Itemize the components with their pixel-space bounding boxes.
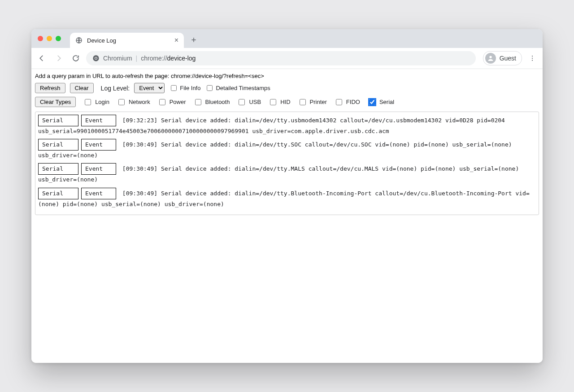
detailed-ts-label: Detailed Timestamps	[216, 85, 270, 91]
type-label: Serial	[379, 99, 394, 105]
detailed-ts-checkbox[interactable]	[207, 85, 213, 91]
file-info-toggle[interactable]: File Info	[169, 84, 200, 92]
profile-button[interactable]: Guest	[483, 51, 522, 65]
log-container: SerialEvent [09:32:23] Serial device add…	[35, 112, 539, 215]
type-checkbox-login[interactable]	[85, 99, 91, 105]
svg-point-7	[532, 60, 533, 61]
log-level-chip: Event	[81, 115, 116, 126]
new-tab-button[interactable]	[187, 34, 200, 46]
type-label: USB	[249, 99, 261, 105]
file-info-label: File Info	[180, 85, 200, 91]
address-bar[interactable]: Chromium | chrome://device-log	[86, 51, 476, 65]
type-toggle-serial[interactable]: Serial	[367, 98, 394, 107]
avatar-icon	[485, 53, 496, 64]
type-label: Power	[170, 99, 186, 105]
type-checkbox-network[interactable]	[118, 99, 125, 105]
type-checkbox-fido[interactable]	[336, 99, 342, 105]
log-entry: SerialEvent [09:30:49] Serial device add…	[38, 163, 536, 185]
close-tab-icon[interactable]: ×	[174, 36, 178, 44]
type-toggle-power[interactable]: Power	[157, 98, 186, 107]
log-entry: SerialEvent [09:30:49] Serial device add…	[38, 139, 536, 160]
reload-button[interactable]	[69, 52, 83, 65]
type-label: Login	[95, 99, 109, 105]
svg-point-3	[95, 57, 97, 59]
url-app-name: Chromium	[103, 55, 132, 62]
url-text: Chromium | chrome://device-log	[103, 55, 196, 62]
type-toggle-network[interactable]: Network	[117, 98, 150, 107]
detailed-ts-toggle[interactable]: Detailed Timestamps	[205, 84, 270, 92]
url-prefix: chrome://	[141, 55, 167, 62]
log-tag-chip: Serial	[38, 188, 78, 199]
globe-icon	[75, 37, 83, 44]
window-traffic-lights	[31, 29, 67, 48]
type-toggle-login[interactable]: Login	[83, 98, 109, 107]
clear-button[interactable]: Clear	[70, 83, 94, 93]
fullscreen-window-button[interactable]	[56, 36, 61, 41]
type-checkbox-hid[interactable]	[270, 99, 276, 105]
type-checkbox-usb[interactable]	[239, 99, 245, 105]
log-level-select[interactable]: Event	[134, 83, 165, 93]
type-toggle-usb[interactable]: USB	[237, 98, 261, 107]
log-level-chip: Event	[81, 163, 116, 175]
log-level-label: Log Level:	[101, 85, 130, 92]
type-toggle-fido[interactable]: FIDO	[334, 98, 360, 107]
refresh-button[interactable]: Refresh	[35, 83, 65, 93]
log-tag-chip: Serial	[38, 115, 78, 126]
log-entry: SerialEvent [09:32:23] Serial device add…	[38, 115, 536, 136]
log-level-chip: Event	[81, 139, 116, 151]
log-entry: SerialEvent [09:30:49] Serial device add…	[38, 188, 536, 209]
type-checkbox-power[interactable]	[159, 99, 165, 105]
profile-label: Guest	[500, 55, 516, 62]
tab-strip: Device Log ×	[31, 29, 543, 48]
browser-window: Device Log ×	[31, 29, 543, 363]
type-toggle-bluetooth[interactable]: Bluetooth	[193, 98, 230, 107]
clear-types-button[interactable]: Clear Types	[35, 97, 76, 107]
type-toggle-printer[interactable]: Printer	[298, 98, 327, 107]
tab-title: Device Log	[87, 37, 116, 44]
log-level-chip: Event	[81, 188, 116, 199]
type-label: Bluetooth	[205, 99, 230, 105]
tab-device-log[interactable]: Device Log ×	[70, 33, 184, 48]
chromium-icon	[92, 55, 100, 62]
type-checkbox-bluetooth[interactable]	[195, 99, 201, 105]
type-label: HID	[280, 99, 290, 105]
log-tag-chip: Serial	[38, 163, 78, 175]
type-toggle-hid[interactable]: HID	[268, 98, 290, 107]
type-label: FIDO	[346, 99, 360, 105]
types-row: Clear Types LoginNetworkPowerBluetoothUS…	[35, 97, 539, 107]
page-content: Add a query param in URL to auto-refresh…	[31, 69, 543, 363]
file-info-checkbox[interactable]	[171, 85, 177, 91]
browser-toolbar: Chromium | chrome://device-log Guest	[31, 48, 543, 69]
svg-point-5	[532, 56, 533, 56]
url-highlight: device-log	[167, 55, 196, 62]
auto-refresh-hint: Add a query param in URL to auto-refresh…	[35, 73, 539, 79]
log-tag-chip: Serial	[38, 139, 78, 151]
browser-menu-button[interactable]	[526, 52, 539, 65]
back-button[interactable]	[35, 52, 48, 65]
minimize-window-button[interactable]	[47, 36, 52, 41]
type-label: Printer	[310, 99, 327, 105]
forward-button[interactable]	[52, 52, 65, 65]
url-divider: |	[136, 55, 138, 62]
type-checkbox-serial[interactable]	[369, 99, 375, 105]
control-row-1: Refresh Clear Log Level: Event File Info…	[35, 83, 539, 93]
type-checkbox-printer[interactable]	[300, 99, 306, 105]
close-window-button[interactable]	[38, 36, 43, 41]
svg-point-6	[532, 58, 533, 59]
svg-point-4	[489, 56, 491, 58]
type-label: Network	[129, 99, 150, 105]
